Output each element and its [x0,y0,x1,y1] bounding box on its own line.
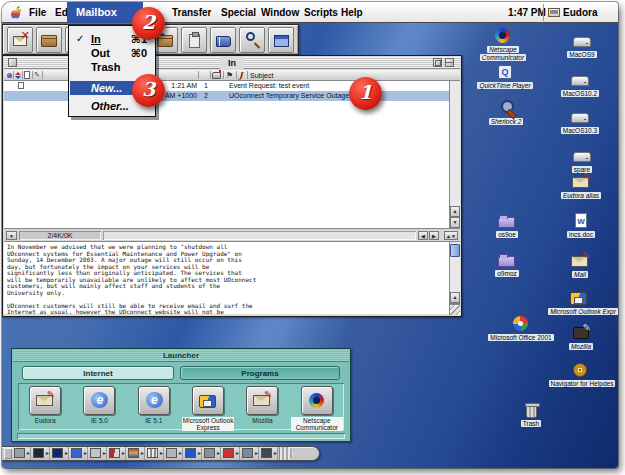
server-status-column-icon[interactable] [212,72,221,79]
menu-item-out[interactable]: Out ⌘0 [70,46,154,60]
control-strip-module[interactable] [202,447,221,460]
launcher-item-outlook-express[interactable]: Microsoft Outlook Express [182,386,234,430]
menu-scripts[interactable]: Scripts [304,2,338,23]
address-book-button[interactable] [210,27,236,53]
menu-special[interactable]: Special [221,2,256,23]
desktop-icon-os9oe[interactable]: os9oe [472,212,542,239]
desktop-icon-o9moz[interactable]: o9moz [472,251,542,278]
control-strip-module[interactable] [31,447,50,460]
word-document-icon: W [575,213,587,228]
control-strip-module[interactable] [259,447,278,460]
paste-button[interactable] [181,27,207,53]
close-box-icon[interactable] [8,58,17,67]
desktop-icon-macos10-3[interactable]: MacOS10.3 [545,108,615,135]
clipboard-icon [189,34,200,48]
launcher-item-ie51[interactable]: e IE 5.1 [128,386,180,430]
list-scrollbar[interactable]: ▲ ▼ [449,81,460,228]
desktop-icon-quicktime-player[interactable]: Q QuickTime Player [470,63,540,90]
priority-column-icon[interactable] [15,72,21,79]
icon-label: Navigator for Helpdes [545,380,618,388]
mozilla-icon [253,395,270,406]
desktop-icon-incs-doc[interactable]: W incs.doc [546,212,616,239]
scroll-up-icon[interactable]: ▲ [450,292,460,303]
launcher-item-mozilla[interactable]: Mozilla [236,386,288,430]
tab-internet[interactable]: Internet [22,366,174,380]
control-strip-module[interactable] [183,447,202,460]
control-strip-module[interactable] [107,447,126,460]
desktop-icon-navigator-for-helpdesk[interactable]: Navigator for Helpdes [545,361,615,388]
desktop-icon-eudora-alias[interactable]: Eudora alias [546,173,616,200]
scrollbar-thumb[interactable] [450,244,460,257]
scroll-down-icon[interactable]: ▼ [450,217,460,228]
search-button[interactable] [239,27,265,53]
icon-label: QuickTime Player [470,82,540,90]
control-strip-module[interactable] [88,447,107,460]
zoom-box-icon[interactable] [433,58,442,67]
desktop-icon-macos10-2[interactable]: MacOS10.2 [545,71,615,98]
icon-label: MacOS10.3 [545,127,615,135]
subject-column-header[interactable]: Subject [250,72,273,79]
menu-transfer[interactable]: Transfer [172,2,211,23]
window-settings-button[interactable] [268,27,294,53]
delete-message-button[interactable]: ✕ [7,27,33,53]
launcher-title[interactable]: Launcher [13,350,349,362]
tab-programs[interactable]: Programs [180,366,340,380]
scroll-right-icon[interactable]: ▶ [429,231,439,240]
eudora-icon [36,395,53,406]
attachment-column-icon[interactable] [24,71,30,79]
desktop-icon-sherlock-2[interactable]: Sherlock 2 [471,99,541,126]
priority-j-column[interactable]: J [239,71,243,80]
menu-file[interactable]: File [29,2,46,23]
control-strip [2,446,320,461]
desktop-icon-netscape-communicator[interactable]: Netscape Communicator [468,27,538,61]
hard-drive-icon [573,152,591,162]
control-strip-module[interactable] [240,447,259,460]
preview-toggle-icon[interactable]: ▼ [6,231,17,240]
menu-item-trash[interactable]: Trash [70,60,154,74]
message-preview-pane[interactable]: In November we advised that we were plan… [4,242,449,314]
menu-bar: File Edit Mailbox Transfer Special Windo… [2,2,618,23]
quicktime-icon: Q [498,65,512,79]
scroll-up-icon[interactable]: ▲ [450,206,460,217]
menubar-clock[interactable]: 1:47 PM [508,2,546,23]
application-menu[interactable]: Eudora [563,2,597,23]
control-strip-module[interactable] [12,447,31,460]
scroll-left-icon[interactable]: ◀ [418,231,428,240]
control-strip-module[interactable] [221,447,240,460]
mail-pencil-icon [571,256,588,267]
status-column-icon[interactable] [7,73,12,78]
desktop-icon-mail[interactable]: Mail [545,252,615,279]
desktop-icon-macos9[interactable]: MacOS9 [547,32,617,59]
apple-menu-icon[interactable] [11,6,22,19]
in-mailbox-button[interactable] [36,27,62,53]
menu-window[interactable]: Window [261,2,299,23]
icon-label: os9oe [472,231,542,239]
horizontal-scrollbar[interactable] [103,231,416,240]
pane-splitter-icon[interactable]: ▲▼ [444,231,458,240]
control-strip-module[interactable] [69,447,88,460]
folder-icon [498,217,515,228]
desktop-icon-mozilla[interactable]: Mozilla [546,324,616,351]
message-size: 1 [200,81,212,91]
control-strip-module[interactable] [145,447,164,460]
delete-x-icon: ✕ [21,30,30,40]
collapse-box-icon[interactable] [445,58,454,67]
resize-grip[interactable] [449,304,460,315]
desktop-icon-microsoft-outlook-express[interactable]: Microsoft Outlook Expr [544,289,614,316]
desktop-icon-trash[interactable]: Trash [496,401,566,428]
launcher-item-ie50[interactable]: e IE 5.0 [73,386,125,430]
control-strip-endcap[interactable] [4,448,12,459]
control-strip-module[interactable] [126,447,145,460]
menu-help[interactable]: Help [341,2,363,23]
desktop-icon-spare[interactable]: spare [547,147,617,174]
control-strip-module[interactable] [164,447,183,460]
control-strip-tab-handle[interactable] [279,447,293,460]
launcher-item-netscape[interactable]: Netscape Communicator [291,386,343,430]
ship-wheel-icon [573,363,587,377]
control-strip-module[interactable] [50,447,69,460]
internet-explorer-icon: e [91,392,108,408]
label-column-icon[interactable]: ✎ [34,71,40,79]
message-size: 2 [200,91,212,101]
launcher-item-eudora[interactable]: Eudora [19,386,71,430]
flag-column-icon[interactable]: ⚑ [226,71,233,80]
